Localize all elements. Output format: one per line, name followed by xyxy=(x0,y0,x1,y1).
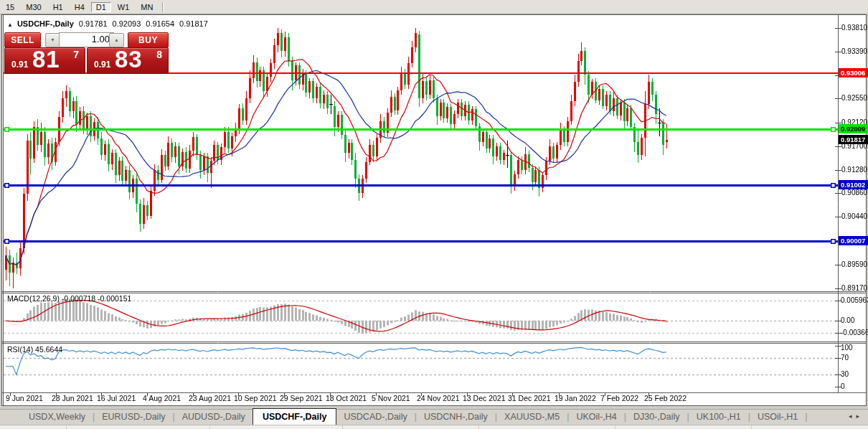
status-divider xyxy=(615,425,615,429)
macd-scale-label: -0.003664 xyxy=(841,329,868,336)
price-tick-label: 0.90440 xyxy=(841,212,867,220)
status-divider xyxy=(751,425,752,429)
ohlc-close: 0.91817 xyxy=(179,19,208,28)
chart-title: ▲USDCHF-,Daily0.917810.920930.916540.918… xyxy=(7,19,208,28)
sell-price-big: 81 xyxy=(32,46,60,73)
date-tick-label: 19 Jan 2022 xyxy=(555,394,596,402)
ohlc-open: 0.91781 xyxy=(79,19,108,28)
tab-separator: | xyxy=(805,410,807,425)
price-tick-label: 0.93390 xyxy=(841,47,867,55)
timeframe-15[interactable]: 15 xyxy=(1,2,19,12)
timeframe-w1[interactable]: W1 xyxy=(113,2,135,12)
price-badge: 0.92009 xyxy=(839,124,868,133)
price-tick-label: 0.90860 xyxy=(841,189,867,197)
sell-price-box[interactable]: 0.91 81 7 xyxy=(4,47,85,74)
price-tick-label: 0.89170 xyxy=(841,284,867,292)
date-tick-label: 23 Aug 2021 xyxy=(189,394,231,402)
date-tick-label: 31 Dec 2021 xyxy=(508,394,551,402)
timeframe-h1[interactable]: H1 xyxy=(48,2,68,12)
status-divider xyxy=(342,425,343,429)
rsi-value: 45.6644 xyxy=(35,345,62,354)
tab-scroll-left-icon[interactable]: ◂ xyxy=(849,412,857,420)
volume-input[interactable]: 1.00 xyxy=(59,32,114,47)
date-tick-label: 18 Oct 2021 xyxy=(326,394,367,402)
price-badge: 0.91002 xyxy=(839,180,868,189)
date-tick-label: 16 Jul 2021 xyxy=(97,394,136,402)
macd-scale-label: 0.005963 xyxy=(841,296,868,304)
date-tick-label: 7 Feb 2022 xyxy=(600,394,638,402)
date-tick-label: 9 Jun 2021 xyxy=(6,394,43,402)
date-tick-label: 13 Dec 2021 xyxy=(463,394,506,402)
status-strip xyxy=(0,425,868,429)
ohlc-high: 0.92093 xyxy=(113,19,141,28)
price-tick-label: 0.92550 xyxy=(841,94,867,102)
toolbar-divider xyxy=(162,2,164,12)
date-tick-label: 28 Jun 2021 xyxy=(52,394,93,402)
tab-usdcnh-daily[interactable]: USDCNH-,Daily xyxy=(417,410,495,425)
status-divider xyxy=(478,425,479,429)
sell-price-pip: 7 xyxy=(73,49,79,60)
tab-eurusd-daily[interactable]: EURUSD-,Daily xyxy=(95,410,172,425)
price-tick-label: 0.91280 xyxy=(841,166,867,174)
price-badge: 0.93006 xyxy=(839,68,868,77)
buy-price-box[interactable]: 0.91 83 8 xyxy=(87,47,169,74)
macd-label: MACD(12,26,9) -0.000718 -0.000151 xyxy=(7,294,131,303)
macd-values: -0.000718 -0.000151 xyxy=(62,294,132,303)
date-tick-label: 29 Sep 2021 xyxy=(280,394,323,402)
volume-decrease-button[interactable]: ▼ xyxy=(45,33,60,47)
one-click-trading-panel: SELL ▼ 1.00 ▲ BUY 0.91 81 7 0.91 83 8 xyxy=(4,32,167,73)
rsi-scale-label: 0 xyxy=(841,382,845,390)
chart-tab-bar: USDX,Weekly|EURUSD-,Daily|AUDUSD-,DailyU… xyxy=(0,409,868,425)
tab-usdx-weekly[interactable]: USDX,Weekly xyxy=(22,410,93,425)
timeframe-h4[interactable]: H4 xyxy=(70,2,90,12)
buy-price-pip: 8 xyxy=(156,49,162,60)
status-divider xyxy=(209,425,210,429)
tab-usdchf-daily[interactable]: USDCHF-,Daily xyxy=(253,408,337,425)
symbol-name: USDCHF-,Daily xyxy=(17,19,74,28)
price-tick-label: 0.93810 xyxy=(841,24,867,32)
date-tick-label: 25 Feb 2022 xyxy=(644,394,687,402)
tab-scroll-right-icon[interactable]: ▸ xyxy=(856,412,864,420)
price-badge: 0.90007 xyxy=(839,236,868,245)
tab-uk100-h1[interactable]: UK100-,H1 xyxy=(689,410,748,425)
date-tick-label: 4 Aug 2021 xyxy=(143,394,181,402)
tab-ukoil-h4[interactable]: UKOil-,H4 xyxy=(569,410,623,425)
timeframe-mn[interactable]: MN xyxy=(136,2,158,12)
volume-increase-button[interactable]: ▲ xyxy=(109,33,124,47)
tab-scroll-arrows[interactable]: ◂▸ xyxy=(849,412,864,420)
tab-usdcad-daily[interactable]: USDCAD-,Daily xyxy=(336,410,414,425)
timeframe-m30[interactable]: M30 xyxy=(21,2,46,12)
date-tick-label: 24 Nov 2021 xyxy=(417,394,460,402)
buy-price-prefix: 0.91 xyxy=(94,60,110,70)
tab-dj30-daily[interactable]: DJ30-,Daily xyxy=(626,410,687,425)
price-tick-label: 0.89590 xyxy=(841,260,867,268)
tab-xauusd-m5[interactable]: XAUUSD-,M5 xyxy=(497,410,567,425)
timeframe-toolbar: 15M30H1H4D1W1MN xyxy=(0,0,868,14)
timeframe-d1[interactable]: D1 xyxy=(91,2,111,12)
rsi-label: RSI(14) 45.6644 xyxy=(7,345,62,354)
buy-price-big: 83 xyxy=(115,46,143,73)
trading-platform-window: { "toolbar": { "items": [ {"label":"15",… xyxy=(0,0,868,429)
status-divider xyxy=(66,425,67,429)
sell-price-prefix: 0.91 xyxy=(11,60,28,70)
rsi-scale-label: 100 xyxy=(841,344,853,352)
collapse-arrow-icon[interactable]: ▲ xyxy=(7,22,13,28)
tab-usoil-h1[interactable]: USOil-,H1 xyxy=(750,410,805,425)
price-badge: 0.91817 xyxy=(839,135,868,144)
rsi-scale-label: 70 xyxy=(841,354,849,362)
rsi-scale-label: 30 xyxy=(841,370,849,378)
tab-audusd-daily[interactable]: AUDUSD-,Daily xyxy=(175,410,253,425)
date-tick-label: 5 Nov 2021 xyxy=(372,394,410,402)
date-tick-label: 10 Sep 2021 xyxy=(234,394,277,402)
ohlc-low: 0.91654 xyxy=(146,19,174,28)
macd-scale-label: 0.00 xyxy=(841,316,854,324)
